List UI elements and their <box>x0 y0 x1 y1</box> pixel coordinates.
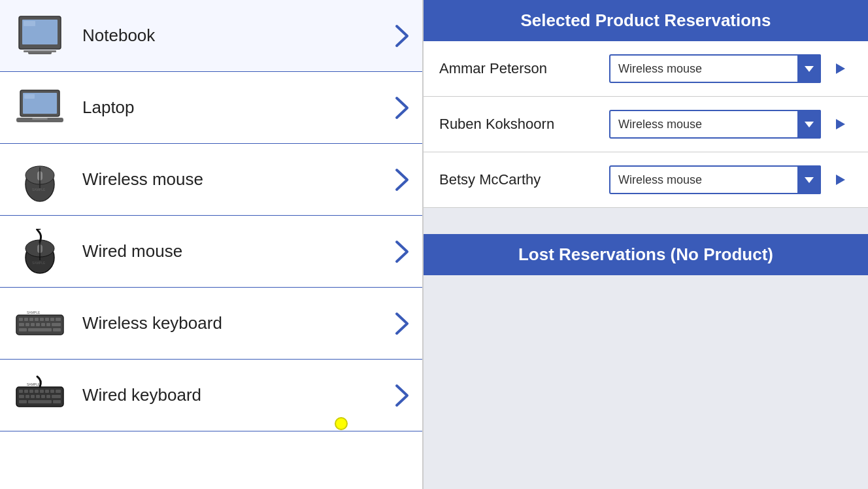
person-name-ammar: Ammar Peterson <box>439 60 609 77</box>
svg-rect-58 <box>53 400 61 403</box>
product-item-wired-keyboard[interactable]: SAMPLE Wired keyboard <box>0 360 422 431</box>
svg-rect-35 <box>52 323 61 326</box>
product-select-wrapper-ammar: Wireless mouse Wired mouse Notebook Lapt… <box>609 54 852 83</box>
svg-rect-29 <box>19 323 24 326</box>
select-container-ruben: Wireless mouse Wired mouse Notebook Lapt… <box>609 110 821 139</box>
svg-rect-42 <box>24 390 28 393</box>
svg-rect-46 <box>45 390 49 393</box>
wireless-keyboard-icon: SAMPLE <box>10 297 69 350</box>
nav-arrow-ammar[interactable] <box>829 57 852 80</box>
svg-rect-4 <box>24 21 35 26</box>
svg-rect-22 <box>24 318 28 321</box>
svg-rect-26 <box>45 318 49 321</box>
svg-rect-9 <box>24 94 35 99</box>
product-item-laptop[interactable]: Laptop <box>0 72 422 144</box>
product-item-wireless-mouse[interactable]: SAMPLE Wireless mouse <box>0 144 422 216</box>
product-select-wrapper-betsy: Wireless mouse Wired mouse Notebook Lapt… <box>609 165 852 194</box>
svg-rect-41 <box>19 390 23 393</box>
svg-rect-52 <box>36 395 40 398</box>
person-name-ruben: Ruben Kokshoorn <box>439 116 609 133</box>
product-item-notebook[interactable]: Notebook <box>0 0 422 72</box>
nav-arrow-betsy[interactable] <box>829 168 852 192</box>
lost-section: Lost Reservations (No Product) <box>424 234 868 275</box>
product-label-wireless-keyboard: Wireless keyboard <box>82 313 392 333</box>
svg-rect-54 <box>46 395 50 398</box>
svg-rect-24 <box>35 318 39 321</box>
wireless-mouse-icon: SAMPLE <box>10 154 69 206</box>
svg-rect-3 <box>24 50 56 52</box>
svg-rect-45 <box>40 390 44 393</box>
product-label-wired-mouse: Wired mouse <box>82 241 392 261</box>
chevron-right-wired-mouse <box>392 242 412 261</box>
svg-rect-25 <box>40 318 44 321</box>
svg-rect-51 <box>31 395 35 398</box>
svg-rect-57 <box>28 400 52 403</box>
svg-rect-21 <box>19 318 23 321</box>
nav-arrow-ruben[interactable] <box>829 112 852 136</box>
product-label-wireless-mouse: Wireless mouse <box>82 169 392 190</box>
chevron-right-wired-keyboard <box>392 386 412 405</box>
svg-rect-44 <box>35 390 39 393</box>
svg-rect-23 <box>29 318 33 321</box>
chevron-right-laptop <box>392 98 412 118</box>
svg-rect-34 <box>46 323 50 326</box>
laptop-icon <box>10 82 69 134</box>
svg-text:SAMPLE: SAMPLE <box>32 261 46 265</box>
svg-rect-53 <box>41 395 45 398</box>
svg-rect-27 <box>50 318 54 321</box>
product-label-notebook: Notebook <box>82 25 392 46</box>
svg-rect-50 <box>25 395 29 398</box>
svg-rect-47 <box>50 390 54 393</box>
svg-rect-8 <box>32 118 48 120</box>
svg-rect-43 <box>29 390 33 393</box>
product-select-ammar[interactable]: Wireless mouse Wired mouse Notebook Lapt… <box>609 54 821 83</box>
chevron-right-wireless-keyboard <box>392 314 412 333</box>
person-name-betsy: Betsy McCarthy <box>439 171 609 188</box>
product-select-ruben[interactable]: Wireless mouse Wired mouse Notebook Lapt… <box>609 110 821 139</box>
product-select-betsy[interactable]: Wireless mouse Wired mouse Notebook Lapt… <box>609 165 821 194</box>
product-select-wrapper-ruben: Wireless mouse Wired mouse Notebook Lapt… <box>609 110 852 139</box>
svg-text:SAMPLE: SAMPLE <box>27 382 41 386</box>
svg-rect-33 <box>41 323 45 326</box>
product-item-wireless-keyboard[interactable]: SAMPLE Wireless keyboard <box>0 288 422 360</box>
wired-keyboard-icon: SAMPLE <box>10 369 69 422</box>
reservation-row-betsy: Betsy McCarthy Wireless mouse Wired mous… <box>424 152 868 208</box>
svg-rect-28 <box>56 318 61 321</box>
select-container-betsy: Wireless mouse Wired mouse Notebook Lapt… <box>609 165 821 194</box>
svg-rect-38 <box>53 328 61 331</box>
reservation-row-ruben: Ruben Kokshoorn Wireless mouse Wired mou… <box>424 97 868 152</box>
select-container-ammar: Wireless mouse Wired mouse Notebook Lapt… <box>609 54 821 83</box>
lost-reservations-header: Lost Reservations (No Product) <box>424 234 868 275</box>
notebook-icon <box>10 10 69 62</box>
wired-mouse-icon: SAMPLE <box>10 226 69 278</box>
svg-rect-37 <box>28 328 52 331</box>
reservations-panel: Selected Product Reservations Ammar Pete… <box>424 0 868 489</box>
product-item-wired-mouse[interactable]: SAMPLE Wired mouse <box>0 216 422 288</box>
svg-rect-48 <box>56 390 61 393</box>
selected-reservations-header: Selected Product Reservations <box>424 0 868 41</box>
svg-rect-30 <box>25 323 29 326</box>
svg-rect-32 <box>36 323 40 326</box>
product-label-wired-keyboard: Wired keyboard <box>82 385 392 405</box>
svg-rect-31 <box>31 323 35 326</box>
product-label-laptop: Laptop <box>82 97 392 118</box>
chevron-right-wireless-mouse <box>392 170 412 190</box>
svg-text:SAMPLE: SAMPLE <box>32 188 46 192</box>
reservation-row-ammar: Ammar Peterson Wireless mouse Wired mous… <box>424 41 868 97</box>
svg-rect-49 <box>19 395 24 398</box>
svg-text:SAMPLE: SAMPLE <box>27 311 41 314</box>
svg-rect-36 <box>19 328 27 331</box>
chevron-right-notebook <box>392 26 412 46</box>
product-list: Notebook Laptop <box>0 0 424 489</box>
svg-rect-56 <box>19 400 27 403</box>
svg-rect-55 <box>52 395 61 398</box>
reservations-list: Ammar Peterson Wireless mouse Wired mous… <box>424 41 868 208</box>
